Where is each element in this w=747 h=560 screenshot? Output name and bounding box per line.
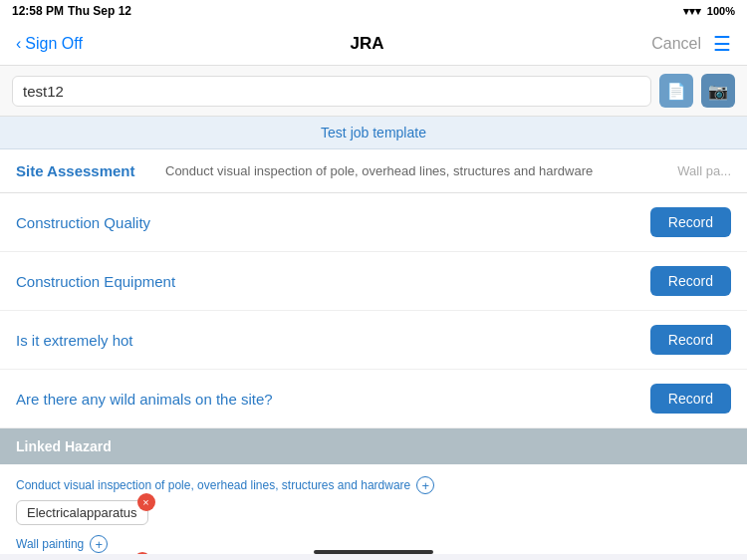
record-button-3[interactable]: Record	[650, 384, 731, 414]
assessment-row: Is it extremely hot Record	[0, 311, 747, 370]
template-label: Test job template	[0, 117, 747, 149]
section-description: Conduct visual inspection of pole, overh…	[155, 163, 671, 178]
assessment-label-2: Is it extremely hot	[16, 332, 133, 349]
record-button-0[interactable]: Record	[650, 207, 731, 237]
content-area: Construction Quality Record Construction…	[0, 193, 747, 554]
camera-icon-button[interactable]: 📷	[701, 74, 735, 108]
sign-off-button[interactable]: ‹ Sign Off	[16, 35, 83, 53]
document-icon: 📄	[666, 82, 686, 101]
assessment-row: Are there any wild animals on the site? …	[0, 370, 747, 428]
search-bar: 📄 📷	[0, 66, 747, 117]
assessment-label-0: Construction Quality	[16, 214, 150, 231]
hazard-group-text-0: Conduct visual inspection of pole, overh…	[16, 478, 410, 492]
section-header: Site Assessment Conduct visual inspectio…	[0, 149, 747, 193]
battery-label: 100%	[707, 5, 735, 17]
cancel-button[interactable]: Cancel	[651, 35, 701, 53]
sign-off-label: Sign Off	[25, 35, 83, 53]
chevron-left-icon: ‹	[16, 35, 21, 53]
hazard-group-0: Conduct visual inspection of pole, overh…	[16, 476, 731, 525]
nav-title: JRA	[351, 34, 384, 54]
status-bar: 12:58 PM Thu Sep 12 ▾▾▾ 100%	[0, 0, 747, 22]
camera-icon: 📷	[708, 82, 728, 101]
tag-close-0[interactable]: ×	[137, 493, 155, 511]
assessment-label-3: Are there any wild animals on the site?	[16, 391, 273, 408]
tag-label-0: Electricalapparatus	[27, 505, 137, 520]
status-date: Thu Sep 12	[68, 4, 131, 18]
assessment-label-1: Construction Equipment	[16, 273, 175, 290]
section-title: Site Assessment	[16, 162, 155, 179]
status-time-date: 12:58 PM Thu Sep 12	[12, 4, 131, 18]
record-button-2[interactable]: Record	[650, 325, 731, 355]
nav-bar: ‹ Sign Off JRA Cancel ☰	[0, 22, 747, 66]
assessment-row: Construction Quality Record	[0, 193, 747, 252]
hazard-section: Conduct visual inspection of pole, overh…	[0, 464, 747, 554]
hazard-group-text-1: Wall painting	[16, 537, 84, 551]
assessment-row: Construction Equipment Record	[0, 252, 747, 311]
status-time: 12:58 PM	[12, 4, 64, 18]
menu-icon[interactable]: ☰	[713, 32, 731, 56]
search-input[interactable]	[12, 76, 651, 107]
wifi-icon: ▾▾▾	[683, 5, 701, 18]
add-hazard-button-0[interactable]: +	[416, 476, 434, 494]
document-icon-button[interactable]: 📄	[659, 74, 693, 108]
add-hazard-button-1[interactable]: +	[90, 535, 108, 553]
linked-hazard-header: Linked Hazard	[0, 428, 747, 464]
hazard-group-label-0: Conduct visual inspection of pole, overh…	[16, 476, 731, 494]
home-indicator	[314, 550, 433, 554]
status-indicators: ▾▾▾ 100%	[683, 5, 735, 18]
record-button-1[interactable]: Record	[650, 266, 731, 296]
nav-right-actions: Cancel ☰	[651, 32, 731, 56]
section-right-label: Wall pa...	[671, 163, 731, 178]
hazard-tag-0: Electricalapparatus ×	[16, 500, 148, 525]
